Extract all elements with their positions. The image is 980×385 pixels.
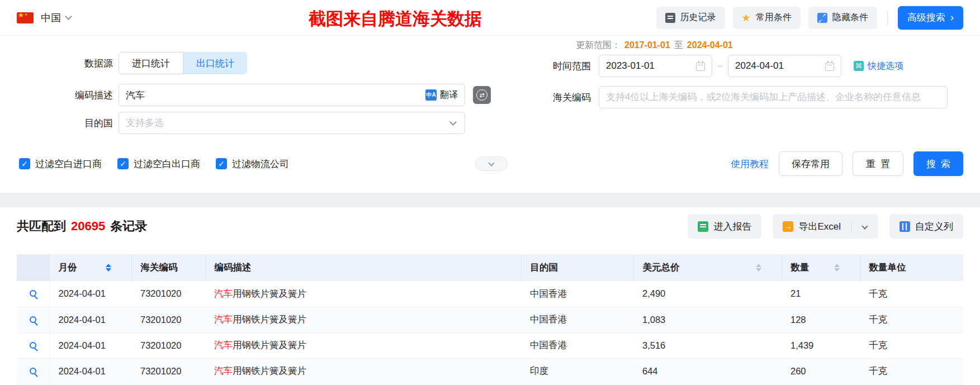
date-range-dash: – [712,61,728,71]
results-summary: 共匹配到 20695 条记录 [17,218,147,235]
results-table: 月份 海关编码 编码描述 目的国 美元总价 数量 [17,254,963,384]
star-icon: ★ [742,13,751,23]
advanced-search-button[interactable]: 高级搜索 › [898,6,963,30]
date-start-picker[interactable]: 2023-01-01 [599,55,712,77]
customize-columns-label: 自定义列 [915,220,953,233]
cell-usd: 1,083 [633,307,782,332]
calendar-icon [696,63,705,71]
save-common-button[interactable]: 保存常用 [779,151,842,176]
collapse-icon: ↗ ↙ [817,13,827,23]
date-end-picker[interactable]: 2024-04-01 [728,55,841,77]
cell-unit: 千克 [860,358,963,384]
table-row: 2024-04-01 73201020 汽车用钢铁片簧及簧片 中国香港 2,49… [17,281,963,307]
form-actions: 使用教程 保存常用 重置 搜索 [731,151,963,176]
report-icon [698,221,708,232]
cell-hs-code: 73201020 [131,281,205,307]
update-range-label: 更新范围： [576,40,621,51]
checkbox-filter-blank-exporter[interactable]: ✓ 过滤空白出口商 [117,158,200,170]
search-button[interactable]: 搜索 [913,151,963,176]
checkbox-filter-logistics[interactable]: ✓ 过滤物流公司 [216,158,289,170]
header-qty[interactable]: 数量 [782,254,860,281]
tab-export-stats[interactable]: 出口统计 [183,52,247,74]
header-hs-code: 海关编码 [131,254,205,281]
code-desc-inputbox: 中A 翻译 [119,84,465,106]
topbar: ★ ★ 中国 截图来自腾道海关数据 历史记录 ★ 常用条件 ↗ ↙ 隐藏条件 高… [0,0,980,36]
chevron-down-icon [488,160,494,166]
cell-qty: 128 [782,307,860,332]
cell-desc: 汽车用钢铁片簧及簧片 [205,281,521,307]
cell-month: 2024-04-01 [49,358,131,384]
cell-usd: 644 [633,358,782,384]
header-usd-total[interactable]: 美元总价 [633,254,782,281]
results-header: 共匹配到 20695 条记录 进入报告 → 导出Excel 自定义列 [17,214,963,239]
cell-hs-code: 73201020 [131,358,205,384]
sort-icon-qty[interactable] [834,264,840,272]
hs-code-input[interactable] [606,92,940,103]
cell-usd: 2,490 [633,281,782,307]
summary-suffix: 条记录 [110,218,147,235]
cell-dest: 中国香港 [521,307,633,332]
checkbox-checked-icon: ✓ [117,158,129,169]
chevron-down-icon[interactable] [65,13,72,20]
translate-button[interactable]: 中A 翻译 [425,89,458,101]
enter-report-button[interactable]: 进入报告 [688,214,761,239]
section-gap [0,193,980,207]
cell-desc: 汽车用钢铁片簧及簧片 [205,332,521,358]
reset-button[interactable]: 重置 [853,151,903,176]
date-start-value: 2023-01-01 [606,60,696,72]
country-selector-label[interactable]: 中国 [41,11,61,25]
results-count: 20695 [71,219,105,234]
customize-columns-button[interactable]: 自定义列 [889,214,963,239]
filter-row: ✓ 过滤空白进口商 ✓ 过滤空白出口商 ✓ 过滤物流公司 使用教程 保存常用 重… [17,151,963,177]
magnifier-icon[interactable] [30,368,36,374]
code-desc-input[interactable] [126,89,425,101]
history-button-label: 历史记录 [680,12,716,23]
cell-unit: 千克 [860,307,963,332]
export-excel-button[interactable]: → 导出Excel [773,214,878,239]
hs-code-label: 海关编码 [534,91,599,104]
dest-country-select[interactable] [119,112,465,134]
table-row: 2024-04-01 73201020 汽车用钢铁片簧及簧片 中国香港 1,08… [17,307,963,332]
cell-dest: 印度 [521,358,633,384]
header-dest-country: 目的国 [521,254,633,281]
favorites-button-label: 常用条件 [756,12,792,23]
results-section: 共匹配到 20695 条记录 进入报告 → 导出Excel 自定义列 [0,207,980,384]
sort-icon-month[interactable] [106,264,111,272]
tab-import-stats[interactable]: 进口统计 [119,52,183,74]
header-month[interactable]: 月份 [49,254,131,281]
chevron-right-icon: › [950,12,954,22]
cell-month: 2024-04-01 [49,332,131,358]
magnifier-icon[interactable] [30,342,36,349]
cell-dest: 中国香港 [521,332,633,358]
favorites-button[interactable]: ★ 常用条件 [733,7,801,29]
header-detail-column [17,254,49,281]
checkbox-filter-blank-importer[interactable]: ✓ 过滤空白进口商 [19,158,102,170]
quick-options-label: 快捷选项 [868,60,903,72]
collapse-form-button[interactable] [475,156,508,171]
history-icon [665,13,675,23]
search-form: 数据源 进口统计 出口统计 编码描述 中A 翻译 ⇄ 目的国 [0,36,980,193]
topbar-actions: 历史记录 ★ 常用条件 ↗ ↙ 隐藏条件 高级搜索 › [656,6,963,30]
tutorial-link[interactable]: 使用教程 [731,158,769,170]
export-excel-icon: → [783,221,793,232]
history-button[interactable]: 历史记录 [656,7,725,29]
cell-desc: 汽车用钢铁片簧及簧片 [205,358,521,384]
cell-usd: 3,516 [633,332,782,358]
calendar-icon [825,63,834,71]
update-range-start: 2017-01-01 [624,40,670,50]
sort-icon-usd[interactable] [756,264,761,272]
dest-country-input[interactable] [126,117,451,129]
swap-icon: ⇄ [476,89,487,101]
quick-options-link[interactable]: ⌘ 快捷选项 [854,60,903,72]
swap-language-button[interactable]: ⇄ [473,86,491,104]
magnifier-icon[interactable] [30,290,36,297]
chevron-down-icon [449,118,457,126]
hide-conditions-button[interactable]: ↗ ↙ 隐藏条件 [808,7,877,29]
summary-prefix: 共匹配到 [17,218,66,235]
magnifier-icon[interactable] [30,316,36,323]
update-range-to: 至 [674,40,683,51]
table-row: 2024-04-01 73201020 汽车用钢铁片簧及簧片 中国香港 3,51… [17,332,963,358]
chevron-down-icon[interactable] [861,223,868,229]
advanced-search-label: 高级搜索 [907,11,945,24]
form-right-column: 更新范围： 2017-01-01 至 2024-04-01 时间范围 2023-… [534,36,948,108]
